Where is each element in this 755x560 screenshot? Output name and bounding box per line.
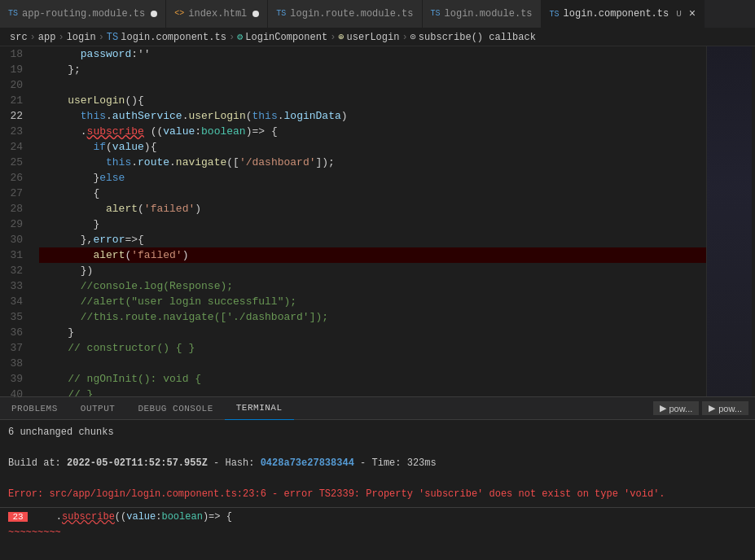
- tab-app-routing[interactable]: TS app-routing.module.ts: [0, 0, 166, 28]
- ln-30: 30: [0, 232, 31, 247]
- tab-label: index.html: [188, 8, 247, 20]
- ln-23: 23: [0, 124, 31, 139]
- ln-32: 32: [0, 263, 31, 278]
- ln-22: 22: [0, 108, 31, 124]
- code-line-29: }: [39, 217, 706, 232]
- code-line-19: };: [39, 62, 706, 77]
- panel: PROBLEMS OUTPUT DEBUG CONSOLE TERMINAL ▶…: [0, 396, 755, 541]
- code-line-18: password:'': [39, 46, 706, 62]
- ln-24: 24: [0, 139, 31, 155]
- modified-dot: [151, 11, 157, 17]
- close-tab-button[interactable]: ×: [689, 7, 696, 20]
- tab-login-component[interactable]: TS login.component.ts U ×: [542, 0, 705, 28]
- ln-40: 40: [0, 387, 31, 402]
- code-line-23: .subscribe ((value:boolean)=> {: [39, 124, 706, 139]
- ts-icon: TS: [431, 9, 441, 18]
- tab-index-html[interactable]: <> index.html: [166, 0, 268, 28]
- panel-tab-debug[interactable]: DEBUG CONSOLE: [126, 397, 224, 420]
- tab-label: login.component.ts: [564, 8, 669, 20]
- ts-icon: TS: [550, 10, 560, 19]
- code-line-38: [39, 356, 706, 371]
- tab-login-route[interactable]: TS login.route.module.ts: [268, 0, 422, 28]
- ln-27: 27: [0, 186, 31, 201]
- html-icon: <>: [174, 9, 184, 18]
- ln-21: 21: [0, 93, 31, 108]
- bottom-error-area: 23 .subscribe((value:boolean)=> {: [0, 507, 755, 526]
- code-line-36: }: [39, 325, 706, 340]
- ln-26: 26: [0, 170, 31, 186]
- ln-29: 29: [0, 217, 31, 232]
- bc-callback: subscribe() callback: [419, 32, 536, 43]
- code-line-35: //this.route.navigate(['./dashboard']);: [39, 309, 706, 325]
- code-line-20: [39, 77, 706, 93]
- tab-label: login.route.module.ts: [290, 8, 413, 20]
- tab-label: login.module.ts: [445, 8, 533, 20]
- panel-tab-output[interactable]: OUTPUT: [69, 397, 127, 420]
- ln-18: 18: [0, 46, 31, 62]
- code-line-21: userLogin(){: [39, 93, 706, 108]
- ln-25: 25: [0, 155, 31, 170]
- bc-app: app: [38, 32, 56, 43]
- bc-method-icon: ⊕: [338, 31, 344, 43]
- editor-area: 18 19 20 21 22 23 24 25 26 27 28 29 30 3…: [0, 46, 755, 396]
- code-line-24: if(value){: [39, 139, 706, 155]
- panel-content: 6 unchanged chunks Build at: 2022-05-02T…: [0, 420, 755, 507]
- ln-37: 37: [0, 340, 31, 356]
- code-line-27: {: [39, 186, 706, 201]
- code-line-40: // }: [39, 387, 706, 396]
- ts-icon: TS: [8, 9, 18, 18]
- ln-38: 38: [0, 356, 31, 371]
- ln-20: 20: [0, 77, 31, 93]
- code-line-37: // constructor() { }: [39, 340, 706, 356]
- error-code: .subscribe((value:boolean)=> {: [33, 511, 232, 523]
- terminal-line-3: [8, 471, 747, 487]
- code-line-28: alert('failed'): [39, 201, 706, 217]
- bc-class-icon: ⚙: [237, 31, 243, 43]
- bc-callback-icon: ⊙: [410, 31, 416, 43]
- code-line-22: this.authService.userLogin(this.loginDat…: [39, 108, 706, 124]
- squiggle-indicator: ~~~~~~~~~: [0, 526, 755, 541]
- powershell-label-1: pow...: [669, 404, 693, 413]
- ln-33: 33: [0, 278, 31, 294]
- bc-class: LoginComponent: [245, 32, 327, 43]
- tab-label: app-routing.module.ts: [22, 8, 145, 20]
- powershell-label-2: pow...: [718, 404, 742, 413]
- code-line-30: },error=>{: [39, 232, 706, 247]
- code-line-33: //console.log(Response);: [39, 278, 706, 294]
- powershell-icon: ▶: [660, 403, 666, 413]
- powershell-button-1[interactable]: ▶ pow...: [653, 401, 700, 415]
- code-line-31: alert('failed'): [39, 247, 706, 263]
- code-content[interactable]: password:'' }; userLogin(){ this.authSer…: [39, 46, 706, 396]
- error-line-number: 23: [8, 512, 28, 522]
- ln-39: 39: [0, 371, 31, 387]
- terminal-line-build: Build at: 2022-05-02T11:52:57.955Z - Has…: [8, 456, 747, 471]
- ln-28: 28: [0, 201, 31, 217]
- terminal-error-line: Error: src/app/login/login.component.ts:…: [8, 487, 747, 502]
- app-container: TS app-routing.module.ts <> index.html T…: [0, 0, 755, 541]
- ln-34: 34: [0, 294, 31, 309]
- code-line-34: //alert("user login successfull");: [39, 294, 706, 309]
- code-line-39: // ngOnInit(): void {: [39, 371, 706, 387]
- powershell-button-2[interactable]: ▶ pow...: [702, 401, 748, 415]
- tab-login-module[interactable]: TS login.module.ts: [423, 0, 542, 28]
- bc-method: userLogin: [347, 32, 400, 43]
- line-numbers: 18 19 20 21 22 23 24 25 26 27 28 29 30 3…: [0, 46, 39, 396]
- ts-icon: TS: [276, 9, 286, 18]
- ln-35: 35: [0, 309, 31, 325]
- code-line-26: }else: [39, 170, 706, 186]
- bc-file: login.component.ts: [121, 32, 226, 43]
- panel-tab-terminal[interactable]: TERMINAL: [225, 397, 294, 420]
- terminal-line-2: [8, 440, 747, 456]
- powershell-icon-2: ▶: [709, 403, 715, 413]
- bc-login: login: [67, 32, 96, 43]
- panel-tab-bar: PROBLEMS OUTPUT DEBUG CONSOLE TERMINAL ▶…: [0, 397, 755, 420]
- ln-31: 31: [0, 247, 31, 263]
- modified-dot: [252, 11, 259, 17]
- breadcrumb: src › app › login › TS login.component.t…: [0, 28, 755, 46]
- minimap: [706, 46, 755, 396]
- ln-19: 19: [0, 62, 31, 77]
- ln-36: 36: [0, 325, 31, 340]
- code-line-25: this.route.navigate(['/dashboard']);: [39, 155, 706, 170]
- bc-ts-icon: TS: [107, 32, 118, 43]
- bc-src: src: [10, 32, 28, 43]
